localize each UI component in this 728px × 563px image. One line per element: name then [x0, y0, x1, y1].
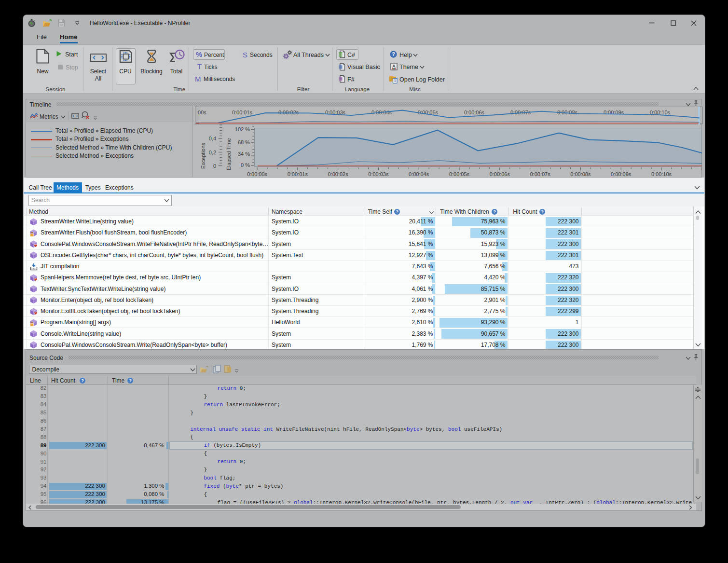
svg-text:?: ? — [541, 209, 544, 214]
svg-text:?: ? — [493, 209, 496, 214]
svg-text:?: ? — [396, 209, 398, 214]
svg-text:?: ? — [81, 378, 84, 383]
svg-text:?: ? — [392, 51, 395, 57]
svg-text:A: A — [392, 63, 396, 69]
svg-text:?: ? — [129, 378, 132, 383]
